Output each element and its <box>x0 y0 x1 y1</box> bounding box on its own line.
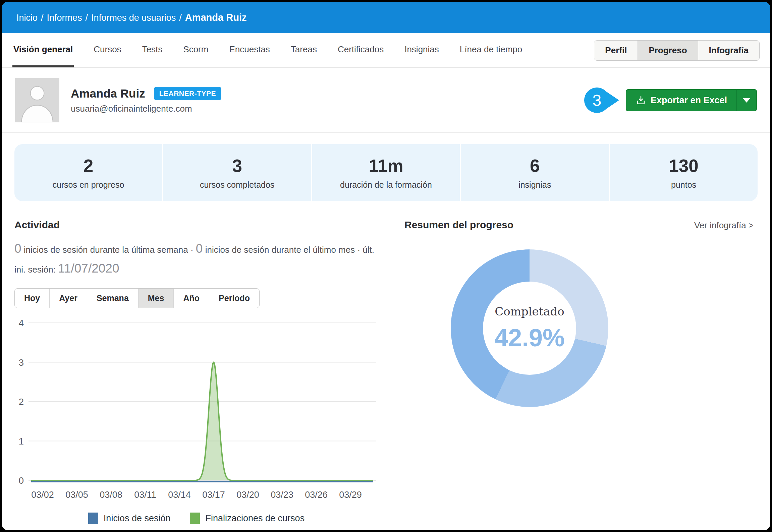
content-columns: Actividad 0 inicios de sesión durante la… <box>2 219 770 524</box>
filter-mes[interactable]: Mes <box>138 289 174 308</box>
donut-center-value: 42.9% <box>494 323 565 352</box>
activity-range-filter: HoyAyerSemanaMesAñoPeríodo <box>14 288 260 308</box>
activity-summary-value: 0 <box>14 242 21 255</box>
legend-label-finalizaciones-de-cursos: Finalizaciones de cursos <box>205 513 305 524</box>
tabs: Visión generalCursosTestsScormEncuestasT… <box>12 33 523 67</box>
stat-value-duracion-de-la-formacion: 11m <box>369 156 403 176</box>
activity-chart: 0123403/0203/0503/0803/1103/1403/1703/20… <box>14 315 377 507</box>
user-name: Amanda Ruiz <box>71 87 145 100</box>
activity-summary-value: 11/07/2020 <box>58 261 119 275</box>
avatar <box>15 78 59 122</box>
stat-value-puntos: 130 <box>669 156 698 176</box>
stat-label-cursos-completados: cursos completados <box>200 180 274 190</box>
filter-periodo[interactable]: Período <box>209 289 259 308</box>
activity-summary-text: inicios de sesión durante la última sema… <box>21 245 188 255</box>
svg-text:03/17: 03/17 <box>202 490 225 500</box>
activity-summary-text: inicios de sesión durante el último mes <box>203 245 355 255</box>
legend-item-inicios-de-sesion[interactable]: Inicios de sesión <box>88 513 171 524</box>
breadcrumb-bar: Inicio/Informes/Informes de usuarios/Ama… <box>2 2 770 33</box>
svg-text:2: 2 <box>18 397 24 407</box>
page: Inicio/Informes/Informes de usuarios/Ama… <box>2 2 770 530</box>
breadcrumb-item-informes-de-usuarios[interactable]: Informes de usuarios <box>91 13 176 23</box>
progress-donut-chart: Completado 42.9% <box>451 249 608 407</box>
user-type-badge: LEARNER-TYPE <box>154 87 221 100</box>
breadcrumb: Inicio/Informes/Informes de usuarios/Ama… <box>16 12 246 23</box>
legend-swatch-inicios-de-sesion <box>88 513 98 524</box>
svg-text:03/14: 03/14 <box>168 490 191 500</box>
tab-insignias[interactable]: Insignias <box>403 33 440 67</box>
activity-chart-wrap: 0123403/0203/0503/0803/1103/1403/1703/20… <box>14 315 378 508</box>
filter-ayer[interactable]: Ayer <box>49 289 87 308</box>
filter-ano[interactable]: Año <box>173 289 209 308</box>
tab-scorm[interactable]: Scorm <box>182 33 209 67</box>
stat-label-puntos: puntos <box>671 180 696 190</box>
svg-text:03/26: 03/26 <box>305 490 328 500</box>
stat-cursos-en-progreso: 2cursos en progreso <box>14 144 163 201</box>
annotation-step-number: 3 <box>593 91 602 110</box>
tab-cursos[interactable]: Cursos <box>93 33 122 67</box>
person-icon <box>15 78 59 122</box>
breadcrumb-separator: / <box>86 13 88 23</box>
donut-center-label: Completado <box>495 305 564 318</box>
user-email: usuaria@oficinainteligente.com <box>71 104 584 114</box>
svg-text:03/11: 03/11 <box>134 490 156 500</box>
activity-section: Actividad 0 inicios de sesión durante la… <box>14 219 378 524</box>
stat-value-cursos-en-progreso: 2 <box>84 156 93 176</box>
tab-encuestas[interactable]: Encuestas <box>228 33 271 67</box>
svg-text:03/08: 03/08 <box>100 490 122 500</box>
svg-text:3: 3 <box>18 357 24 368</box>
stat-duracion-de-la-formacion: 11mduración de la formación <box>312 144 461 201</box>
activity-summary-value: 0 <box>196 242 203 255</box>
stat-cursos-completados: 3cursos completados <box>163 144 312 201</box>
user-header: Amanda Ruiz LEARNER-TYPE usuaria@oficina… <box>2 68 770 133</box>
tab-linea-de-tiempo[interactable]: Línea de tiempo <box>459 33 523 67</box>
svg-text:1: 1 <box>18 436 24 447</box>
activity-summary: 0 inicios de sesión durante la última se… <box>14 239 375 278</box>
svg-text:0: 0 <box>18 475 24 486</box>
breadcrumb-current: Amanda Ruiz <box>185 12 247 23</box>
legend-swatch-finalizaciones-de-cursos <box>190 513 200 524</box>
view-switcher: PerfilProgresoInfografía <box>594 40 760 61</box>
svg-text:03/05: 03/05 <box>65 490 88 500</box>
svg-text:03/02: 03/02 <box>31 490 54 500</box>
legend-label-inicios-de-sesion: Inicios de sesión <box>104 513 171 524</box>
tab-tests[interactable]: Tests <box>141 33 164 67</box>
export-excel-label: Exportar en Excel <box>651 95 727 106</box>
view-button-progreso[interactable]: Progreso <box>638 41 698 60</box>
legend-item-finalizaciones-de-cursos[interactable]: Finalizaciones de cursos <box>190 513 305 524</box>
breadcrumb-separator: / <box>41 13 44 23</box>
export-excel-main[interactable]: Exportar en Excel <box>626 95 736 106</box>
stat-label-insignias: insignias <box>518 180 551 190</box>
view-button-perfil[interactable]: Perfil <box>594 41 638 60</box>
download-icon <box>636 95 646 105</box>
svg-text:4: 4 <box>18 318 24 328</box>
stat-value-cursos-completados: 3 <box>232 156 242 176</box>
progress-title: Resumen del progreso <box>404 219 513 231</box>
progress-section: Resumen del progreso Ver infografía > Co… <box>404 219 758 524</box>
stat-value-insignias: 6 <box>530 156 540 176</box>
breadcrumb-separator: / <box>179 13 182 23</box>
breadcrumb-item-informes[interactable]: Informes <box>47 13 82 23</box>
annotation-step-badge: 3 <box>584 87 610 113</box>
svg-text:03/20: 03/20 <box>236 490 259 500</box>
activity-summary-text: · <box>188 245 196 255</box>
export-area: 3 Exportar en Excel <box>584 87 757 113</box>
chart-legend: Inicios de sesiónFinalizaciones de curso… <box>14 513 378 524</box>
filter-semana[interactable]: Semana <box>87 289 138 308</box>
activity-title: Actividad <box>14 219 378 231</box>
view-button-infografia[interactable]: Infografía <box>698 41 759 60</box>
tab-certificados[interactable]: Certificados <box>337 33 385 67</box>
tab-tareas[interactable]: Tareas <box>290 33 318 67</box>
user-info: Amanda Ruiz LEARNER-TYPE usuaria@oficina… <box>71 87 584 114</box>
export-dropdown-toggle[interactable] <box>736 90 756 111</box>
donut-hole: Completado 42.9% <box>483 282 576 375</box>
tab-vision-general[interactable]: Visión general <box>12 33 74 67</box>
filter-hoy[interactable]: Hoy <box>15 289 49 308</box>
breadcrumb-item-inicio[interactable]: Inicio <box>16 13 38 23</box>
svg-text:03/23: 03/23 <box>271 490 293 500</box>
view-infographic-link[interactable]: Ver infografía > <box>694 220 754 231</box>
svg-text:03/29: 03/29 <box>339 490 362 500</box>
export-excel-button[interactable]: Exportar en Excel <box>626 89 757 111</box>
chevron-down-icon <box>743 98 750 103</box>
stat-label-duracion-de-la-formacion: duración de la formación <box>340 180 432 190</box>
